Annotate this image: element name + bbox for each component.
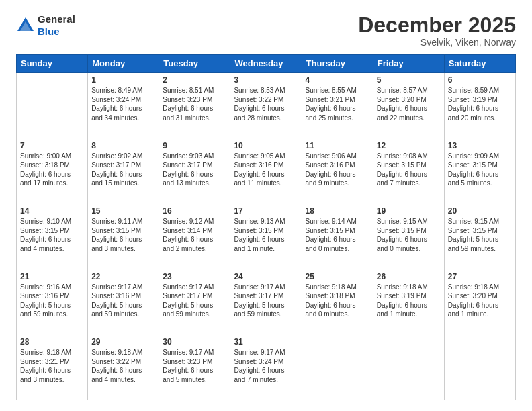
day-number: 25 [306, 272, 369, 281]
table-row: 12Sunrise: 9:08 AM Sunset: 3:15 PM Dayli… [373, 138, 444, 203]
day-number: 11 [306, 141, 369, 150]
cell-info: Sunrise: 9:02 AM Sunset: 3:17 PM Dayligh… [91, 152, 155, 188]
table-row: 30Sunrise: 9:17 AM Sunset: 3:23 PM Dayli… [159, 334, 230, 400]
day-number: 7 [20, 141, 84, 150]
day-number: 10 [234, 141, 298, 150]
cell-info: Sunrise: 9:12 AM Sunset: 3:14 PM Dayligh… [163, 217, 226, 253]
day-number: 26 [377, 272, 441, 281]
table-row: 4Sunrise: 8:55 AM Sunset: 3:21 PM Daylig… [302, 73, 373, 138]
cell-info: Sunrise: 9:17 AM Sunset: 3:17 PM Dayligh… [163, 283, 226, 319]
table-row: 3Sunrise: 8:53 AM Sunset: 3:22 PM Daylig… [230, 73, 302, 138]
table-row: 15Sunrise: 9:11 AM Sunset: 3:15 PM Dayli… [88, 203, 159, 269]
month-title: December 2025 [358, 13, 516, 37]
page: General Blue December 2025 Svelvik, Vike… [0, 0, 532, 411]
day-number: 2 [163, 75, 226, 85]
day-number: 28 [20, 337, 84, 347]
calendar-week-row: 28Sunrise: 9:18 AM Sunset: 3:21 PM Dayli… [17, 334, 516, 400]
table-row: 21Sunrise: 9:16 AM Sunset: 3:16 PM Dayli… [17, 269, 88, 334]
day-number: 19 [377, 206, 441, 216]
table-row: 7Sunrise: 9:00 AM Sunset: 3:18 PM Daylig… [17, 138, 88, 203]
day-number: 18 [306, 206, 369, 216]
table-row: 31Sunrise: 9:17 AM Sunset: 3:24 PM Dayli… [230, 334, 302, 400]
table-row: 14Sunrise: 9:10 AM Sunset: 3:15 PM Dayli… [17, 203, 88, 269]
table-row: 6Sunrise: 8:59 AM Sunset: 3:19 PM Daylig… [444, 73, 515, 138]
day-number: 5 [377, 75, 441, 85]
day-number: 30 [163, 337, 226, 347]
cell-info: Sunrise: 8:51 AM Sunset: 3:23 PM Dayligh… [163, 86, 226, 122]
table-row: 5Sunrise: 8:57 AM Sunset: 3:20 PM Daylig… [373, 73, 444, 138]
table-row: 27Sunrise: 9:18 AM Sunset: 3:20 PM Dayli… [444, 269, 515, 334]
col-wednesday: Wednesday [230, 55, 302, 73]
day-number: 21 [20, 272, 84, 281]
cell-info: Sunrise: 9:03 AM Sunset: 3:17 PM Dayligh… [163, 152, 226, 188]
day-number: 12 [377, 141, 441, 150]
day-number: 24 [234, 272, 298, 281]
day-number: 31 [234, 337, 298, 347]
calendar-week-row: 14Sunrise: 9:10 AM Sunset: 3:15 PM Dayli… [17, 203, 516, 269]
table-row: 13Sunrise: 9:09 AM Sunset: 3:15 PM Dayli… [444, 138, 515, 203]
day-number: 15 [91, 206, 155, 216]
table-row: 1Sunrise: 8:49 AM Sunset: 3:24 PM Daylig… [88, 73, 159, 138]
table-row: 11Sunrise: 9:06 AM Sunset: 3:16 PM Dayli… [302, 138, 373, 203]
day-number: 8 [91, 141, 155, 150]
cell-info: Sunrise: 9:08 AM Sunset: 3:15 PM Dayligh… [377, 152, 441, 188]
cell-info: Sunrise: 9:18 AM Sunset: 3:21 PM Dayligh… [20, 348, 84, 384]
cell-info: Sunrise: 9:06 AM Sunset: 3:16 PM Dayligh… [306, 152, 369, 188]
cell-info: Sunrise: 8:57 AM Sunset: 3:20 PM Dayligh… [377, 86, 441, 122]
day-number: 27 [448, 272, 512, 281]
calendar-week-row: 21Sunrise: 9:16 AM Sunset: 3:16 PM Dayli… [17, 269, 516, 334]
table-row: 28Sunrise: 9:18 AM Sunset: 3:21 PM Dayli… [17, 334, 88, 400]
table-row: 16Sunrise: 9:12 AM Sunset: 3:14 PM Dayli… [159, 203, 230, 269]
location-title: Svelvik, Viken, Norway [358, 37, 516, 48]
cell-info: Sunrise: 9:09 AM Sunset: 3:15 PM Dayligh… [448, 152, 512, 188]
day-number: 20 [448, 206, 512, 216]
table-row: 19Sunrise: 9:15 AM Sunset: 3:15 PM Dayli… [373, 203, 444, 269]
calendar-week-row: 7Sunrise: 9:00 AM Sunset: 3:18 PM Daylig… [17, 138, 516, 203]
day-number: 29 [91, 337, 155, 347]
cell-info: Sunrise: 9:17 AM Sunset: 3:16 PM Dayligh… [91, 283, 155, 319]
day-number: 23 [163, 272, 226, 281]
table-row [373, 334, 444, 400]
cell-info: Sunrise: 9:14 AM Sunset: 3:15 PM Dayligh… [306, 217, 369, 253]
table-row: 25Sunrise: 9:18 AM Sunset: 3:18 PM Dayli… [302, 269, 373, 334]
logo: General Blue [16, 13, 75, 38]
cell-info: Sunrise: 9:15 AM Sunset: 3:15 PM Dayligh… [448, 217, 512, 253]
col-friday: Friday [373, 55, 444, 73]
logo-icon [16, 16, 35, 35]
cell-info: Sunrise: 8:53 AM Sunset: 3:22 PM Dayligh… [234, 86, 298, 122]
cell-info: Sunrise: 9:05 AM Sunset: 3:16 PM Dayligh… [234, 152, 298, 188]
table-row [17, 73, 88, 138]
cell-info: Sunrise: 8:49 AM Sunset: 3:24 PM Dayligh… [91, 86, 155, 122]
table-row: 18Sunrise: 9:14 AM Sunset: 3:15 PM Dayli… [302, 203, 373, 269]
cell-info: Sunrise: 9:00 AM Sunset: 3:18 PM Dayligh… [20, 152, 84, 188]
day-number: 1 [91, 75, 155, 85]
day-number: 17 [234, 206, 298, 216]
cell-info: Sunrise: 9:13 AM Sunset: 3:15 PM Dayligh… [234, 217, 298, 253]
cell-info: Sunrise: 9:15 AM Sunset: 3:15 PM Dayligh… [377, 217, 441, 253]
col-tuesday: Tuesday [159, 55, 230, 73]
col-monday: Monday [88, 55, 159, 73]
table-row: 26Sunrise: 9:18 AM Sunset: 3:19 PM Dayli… [373, 269, 444, 334]
table-row: 20Sunrise: 9:15 AM Sunset: 3:15 PM Dayli… [444, 203, 515, 269]
day-number: 3 [234, 75, 298, 85]
table-row: 9Sunrise: 9:03 AM Sunset: 3:17 PM Daylig… [159, 138, 230, 203]
table-row: 24Sunrise: 9:17 AM Sunset: 3:17 PM Dayli… [230, 269, 302, 334]
col-thursday: Thursday [302, 55, 373, 73]
cell-info: Sunrise: 9:17 AM Sunset: 3:24 PM Dayligh… [234, 348, 298, 384]
day-number: 6 [448, 75, 512, 85]
table-row: 2Sunrise: 8:51 AM Sunset: 3:23 PM Daylig… [159, 73, 230, 138]
calendar-table: Sunday Monday Tuesday Wednesday Thursday… [16, 54, 516, 400]
cell-info: Sunrise: 9:17 AM Sunset: 3:17 PM Dayligh… [234, 283, 298, 319]
table-row: 22Sunrise: 9:17 AM Sunset: 3:16 PM Dayli… [88, 269, 159, 334]
day-number: 9 [163, 141, 226, 150]
logo-blue: Blue [38, 26, 60, 37]
table-row: 10Sunrise: 9:05 AM Sunset: 3:16 PM Dayli… [230, 138, 302, 203]
day-number: 13 [448, 141, 512, 150]
table-row [302, 334, 373, 400]
table-row [444, 334, 515, 400]
cell-info: Sunrise: 9:18 AM Sunset: 3:18 PM Dayligh… [306, 283, 369, 319]
header: General Blue December 2025 Svelvik, Vike… [16, 13, 516, 48]
table-row: 8Sunrise: 9:02 AM Sunset: 3:17 PM Daylig… [88, 138, 159, 203]
cell-info: Sunrise: 9:16 AM Sunset: 3:16 PM Dayligh… [20, 283, 84, 319]
table-row: 17Sunrise: 9:13 AM Sunset: 3:15 PM Dayli… [230, 203, 302, 269]
